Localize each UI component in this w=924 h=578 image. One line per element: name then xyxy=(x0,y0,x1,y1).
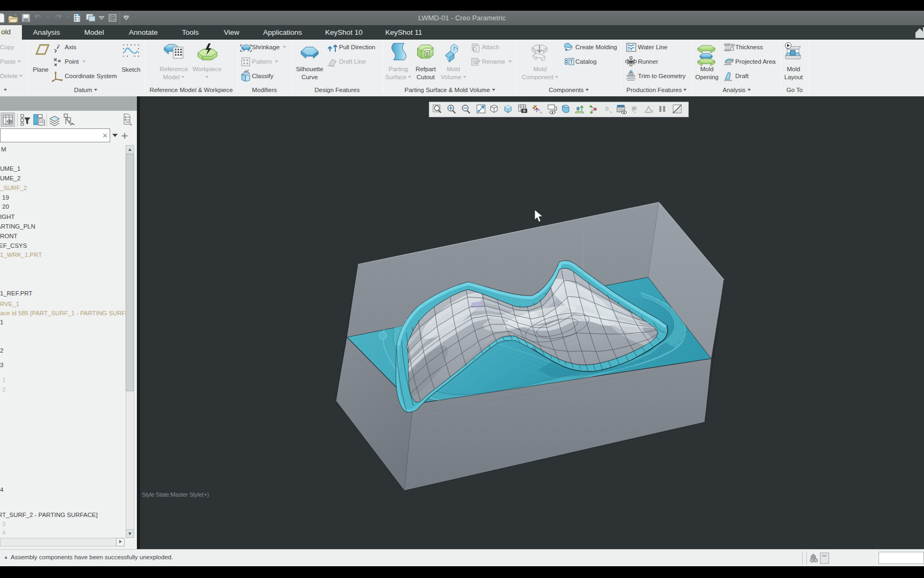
svg-text:30: 30 xyxy=(730,43,735,47)
